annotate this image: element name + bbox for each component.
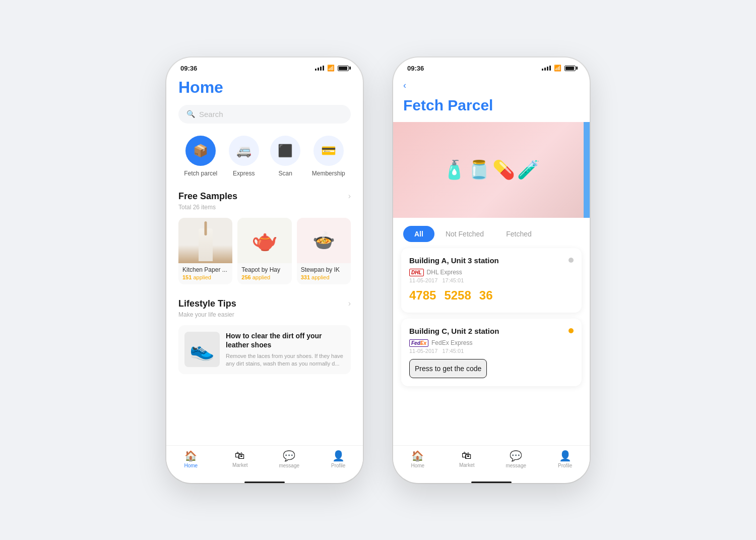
market-tab-label-right: Market: [459, 462, 475, 468]
profile-tab-label-right: Profile: [558, 463, 572, 468]
profile-tab-label: Profile: [331, 463, 345, 468]
get-code-button[interactable]: Press to get the code: [409, 359, 487, 378]
status-dot-0: [569, 258, 574, 263]
right-phone: 09:36 📶 ‹ Fetch Parcel: [393, 57, 590, 483]
signal-icon-right: [542, 66, 551, 71]
quick-action-membership[interactable]: 💳 Membership: [312, 136, 345, 177]
search-bar[interactable]: 🔍 Search: [178, 105, 351, 124]
carrier-name-1: FedEx Express: [431, 339, 472, 346]
lifestyle-card[interactable]: 👟 How to clear the dirt off your leather…: [178, 325, 351, 374]
home-screen-content: Home 🔍 Search 📦 Fetch parcel 🚐 Express: [166, 76, 363, 445]
back-button[interactable]: ‹: [393, 76, 590, 95]
status-icons-left: 📶: [315, 65, 349, 72]
lifestyle-image: 👟: [184, 332, 220, 367]
fetch-parcel-icon: 📦: [185, 136, 216, 166]
free-samples-subtitle: Total 26 items: [178, 204, 351, 211]
lifestyle-text: How to clear the dirt off your leather s…: [226, 331, 345, 368]
tab-message-right[interactable]: 💬 message: [491, 450, 541, 468]
status-time-left: 09:36: [180, 65, 197, 72]
parcel-datetime-0: 11-05-2017 17:45:01: [409, 277, 574, 283]
lifestyle-tips-header: Lifestyle Tips ›: [178, 298, 351, 309]
quick-action-fetch[interactable]: 📦 Fetch parcel: [184, 136, 217, 177]
product-name-0: Kitchen Paper ...: [182, 266, 228, 273]
parcel-datetime-1: 11-05-2017 17:45:01: [409, 348, 574, 354]
search-placeholder: Search: [199, 110, 223, 118]
parcel-header-0: Building A, Unit 3 station: [409, 256, 574, 265]
lifestyle-article-title: How to clear the dirt off your leather s…: [226, 331, 345, 349]
carrier-row-1: FedEx FedEx Express: [409, 339, 574, 347]
fetch-parcel-label: Fetch parcel: [184, 170, 217, 177]
lifestyle-tips-title: Lifestyle Tips: [178, 298, 236, 309]
search-icon: 🔍: [186, 110, 195, 118]
quick-action-scan[interactable]: ⬛ Scan: [270, 136, 300, 177]
membership-icon: 💳: [313, 136, 344, 166]
parcel-number-0-1: 5258: [444, 288, 471, 303]
status-icons-right: 📶: [542, 65, 576, 72]
product-applied-0: 151 applied: [182, 274, 228, 280]
parcel-card-1: Building C, Unit 2 station FedEx FedEx E…: [401, 319, 582, 386]
lifestyle-tips-subtitle: Make your life easier: [178, 311, 351, 318]
product-image-1: 🫖: [237, 218, 291, 263]
parcel-location-0: Building A, Unit 3 station: [409, 256, 499, 265]
parcel-numbers-0: 4785 5258 36: [409, 288, 574, 303]
lifestyle-tips-chevron[interactable]: ›: [348, 299, 351, 308]
product-applied-2: 331 applied: [301, 274, 347, 280]
phones-container: 09:36 📶 Home 🔍: [0, 27, 756, 513]
product-card-0[interactable]: Kitchen Paper ... 151 applied: [178, 218, 232, 284]
filter-tab-fetched[interactable]: Fetched: [495, 226, 543, 242]
scan-label: Scan: [279, 170, 292, 177]
product-name-1: Teapot by Hay: [241, 266, 287, 273]
tab-bar-left: 🏠 Home 🛍 Market 💬 message 👤 Profile: [166, 445, 363, 478]
message-tab-label-right: message: [506, 463, 526, 468]
scan-icon: ⬛: [270, 136, 300, 166]
product-image-0: [178, 218, 232, 263]
free-samples-header: Free Samples ›: [178, 191, 351, 202]
free-samples-title: Free Samples: [178, 191, 237, 202]
message-tab-icon: 💬: [283, 450, 295, 462]
product-applied-1: 256 applied: [241, 274, 287, 280]
products-row: Kitchen Paper ... 151 applied 🫖 Teapot b…: [178, 218, 351, 284]
tab-profile[interactable]: 👤 Profile: [314, 450, 363, 468]
free-samples-chevron[interactable]: ›: [348, 192, 351, 201]
home-indicator: [244, 482, 285, 483]
tab-profile-right[interactable]: 👤 Profile: [541, 450, 590, 468]
home-tab-icon: 🏠: [184, 450, 197, 462]
market-tab-icon: 🛍: [235, 450, 245, 461]
fedex-logo: FedEx: [409, 339, 428, 347]
battery-icon-right: [564, 66, 576, 71]
tab-bar-right: 🏠 Home 🛍 Market 💬 message 👤 Profile: [393, 445, 590, 478]
filter-tabs: All Not Fetched Fetched: [393, 218, 590, 248]
membership-label: Membership: [312, 170, 345, 177]
status-time-right: 09:36: [407, 65, 424, 72]
product-card-1[interactable]: 🫖 Teapot by Hay 256 applied: [237, 218, 291, 284]
market-tab-icon-right: 🛍: [462, 450, 472, 461]
home-tab-icon-right: 🏠: [411, 450, 424, 462]
parcel-number-0-0: 4785: [409, 288, 436, 303]
home-title: Home: [178, 76, 351, 97]
tab-home-right[interactable]: 🏠 Home: [393, 450, 443, 468]
tab-market-right[interactable]: 🛍 Market: [443, 450, 492, 468]
tab-home[interactable]: 🏠 Home: [166, 450, 216, 468]
left-phone: 09:36 📶 Home 🔍: [166, 57, 363, 483]
carrier-name-0: DHL Express: [427, 269, 462, 276]
tab-market[interactable]: 🛍 Market: [216, 450, 265, 468]
carrier-row-0: DHL DHL Express: [409, 269, 574, 276]
lifestyle-article-desc: Remove the laces from your shoes. If the…: [226, 352, 345, 368]
parcel-location-1: Building C, Unit 2 station: [409, 327, 499, 335]
tab-message[interactable]: 💬 message: [265, 450, 314, 468]
status-bar-right: 09:36 📶: [393, 57, 590, 76]
filter-tab-all[interactable]: All: [403, 226, 434, 242]
express-label: Express: [233, 170, 255, 177]
home-tab-label-right: Home: [411, 463, 424, 468]
battery-icon: [338, 66, 349, 71]
quick-action-express[interactable]: 🚐 Express: [229, 136, 259, 177]
product-card-2[interactable]: 🍲 Stewpan by IK 331 applied: [297, 218, 351, 284]
home-tab-label: Home: [184, 463, 198, 468]
dhl-logo: DHL: [409, 269, 424, 276]
filter-tab-not-fetched[interactable]: Not Fetched: [434, 226, 495, 242]
hero-accent-bar: [584, 122, 590, 218]
express-icon: 🚐: [229, 136, 259, 166]
message-tab-icon-right: 💬: [510, 450, 522, 462]
profile-tab-icon: 👤: [332, 450, 345, 462]
status-dot-1: [569, 328, 574, 333]
